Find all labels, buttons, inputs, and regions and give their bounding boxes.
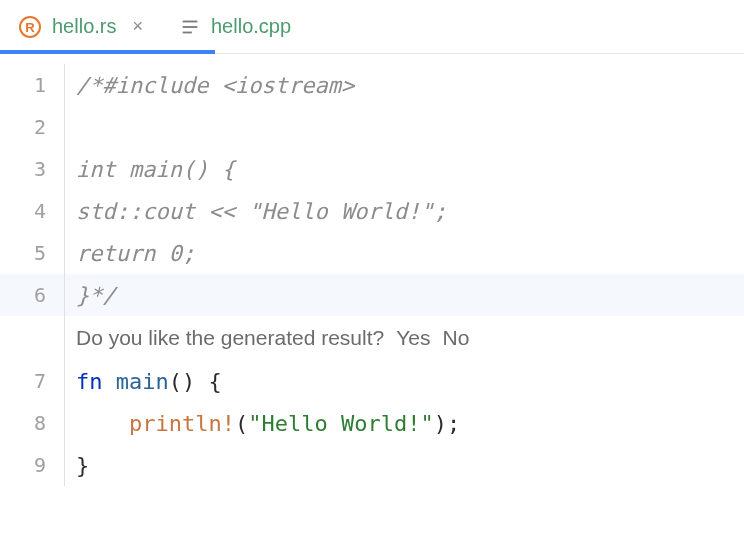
- line-number: 9: [0, 453, 64, 477]
- svg-text:R: R: [25, 20, 35, 35]
- gutter-border: [64, 148, 76, 190]
- gutter-border: [64, 402, 76, 444]
- gutter-border: [64, 64, 76, 106]
- code-content: return 0;: [76, 241, 195, 266]
- line-number: 2: [0, 115, 64, 139]
- gutter-border: [64, 190, 76, 232]
- code-line[interactable]: 4std::cout << "Hello World!";: [0, 190, 744, 232]
- file-icon: [179, 16, 201, 38]
- feedback-text: Do you like the generated result?: [76, 326, 384, 350]
- code-line[interactable]: 7fn main() {: [0, 360, 744, 402]
- feedback-yes-button[interactable]: Yes: [396, 326, 430, 350]
- code-line[interactable]: 1/*#include <iostream>: [0, 64, 744, 106]
- tab-label: hello.rs: [52, 15, 116, 38]
- tab-hello-cpp[interactable]: hello.cpp: [161, 0, 309, 53]
- code-content: }: [76, 453, 89, 478]
- line-number: 7: [0, 369, 64, 393]
- code-content: std::cout << "Hello World!";: [76, 199, 447, 224]
- code-line[interactable]: 6}*/: [0, 274, 744, 316]
- tabs-bar: R hello.rs × hello.cpp: [0, 0, 744, 54]
- active-tab-indicator: [0, 50, 215, 54]
- code-content: fn main() {: [76, 369, 222, 394]
- line-number: 1: [0, 73, 64, 97]
- code-line[interactable]: 9}: [0, 444, 744, 486]
- code-content: }*/: [76, 283, 116, 308]
- gutter-border: [64, 316, 76, 360]
- gutter-border: [64, 232, 76, 274]
- line-number: 3: [0, 157, 64, 181]
- tab-hello-rs[interactable]: R hello.rs ×: [0, 0, 161, 53]
- code-line[interactable]: 2: [0, 106, 744, 148]
- close-icon[interactable]: ×: [132, 16, 143, 37]
- code-content: /*#include <iostream>: [76, 73, 354, 98]
- feedback-no-button[interactable]: No: [442, 326, 469, 350]
- feedback-prompt: Do you like the generated result?YesNo: [0, 316, 744, 360]
- gutter-border: [64, 106, 76, 148]
- code-line[interactable]: 5return 0;: [0, 232, 744, 274]
- line-number: 4: [0, 199, 64, 223]
- code-content: println!("Hello World!");: [76, 411, 460, 436]
- code-editor[interactable]: 1/*#include <iostream>23int main() {4std…: [0, 54, 744, 486]
- gutter-border: [64, 360, 76, 402]
- code-line[interactable]: 8 println!("Hello World!");: [0, 402, 744, 444]
- rust-icon: R: [18, 15, 42, 39]
- code-line[interactable]: 3int main() {: [0, 148, 744, 190]
- code-content: int main() {: [76, 157, 235, 182]
- gutter-border: [64, 274, 76, 316]
- line-number: 6: [0, 283, 64, 307]
- line-number: 8: [0, 411, 64, 435]
- tab-label: hello.cpp: [211, 15, 291, 38]
- gutter-border: [64, 444, 76, 486]
- line-number: 5: [0, 241, 64, 265]
